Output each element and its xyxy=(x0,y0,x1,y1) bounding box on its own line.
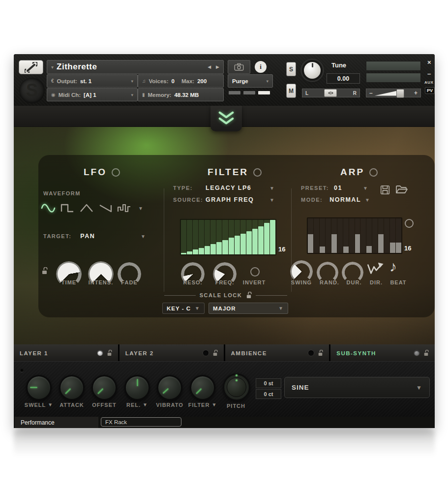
square-wave-icon[interactable] xyxy=(60,202,75,215)
volume-plus-label[interactable]: + xyxy=(414,90,418,96)
graph-step[interactable] xyxy=(390,218,395,253)
scale-mode-dropdown[interactable]: MAJOR ▼ xyxy=(209,303,288,314)
graph-step[interactable] xyxy=(308,218,313,253)
volume-minus-label[interactable]: – xyxy=(369,90,373,96)
graph-step[interactable] xyxy=(343,218,349,253)
next-instrument-arrow[interactable]: ▶ xyxy=(216,64,219,69)
graph-step[interactable] xyxy=(210,220,216,254)
graph-step[interactable] xyxy=(384,218,389,253)
graph-step[interactable] xyxy=(270,220,275,254)
midi-caret-icon[interactable]: ▾ xyxy=(131,92,133,97)
layer-power-led[interactable] xyxy=(203,350,209,356)
graph-step[interactable] xyxy=(193,220,198,254)
tune-value[interactable]: 0.00 xyxy=(327,73,360,84)
prev-instrument-arrow[interactable]: ◀ xyxy=(208,64,211,69)
offset-knob[interactable] xyxy=(91,375,117,401)
pitch-semitone-value[interactable]: 0 st xyxy=(256,378,281,388)
midi-channel-field[interactable]: ◉ Midi Ch: [A] 1 ▾ xyxy=(47,88,138,101)
lfo-lock-icon[interactable] xyxy=(41,267,48,275)
pan-slider[interactable]: L R xyxy=(302,89,360,97)
graph-step[interactable] xyxy=(258,220,264,254)
graph-step[interactable] xyxy=(246,220,252,254)
filter-power-toggle[interactable] xyxy=(253,168,262,177)
graph-step[interactable] xyxy=(216,220,222,254)
triangle-wave-icon[interactable] xyxy=(79,202,94,215)
layer-lock-icon[interactable] xyxy=(107,350,112,356)
collapse-panel-button[interactable] xyxy=(210,106,242,131)
graph-step[interactable] xyxy=(252,220,258,254)
vibrato-knob[interactable] xyxy=(157,375,182,401)
filter-invert-toggle[interactable] xyxy=(250,267,260,277)
arp-graph-toggle[interactable] xyxy=(405,219,414,228)
graph-step[interactable] xyxy=(331,218,337,253)
release-dropdown-caret[interactable]: ▼ xyxy=(143,402,148,408)
saw-wave-icon[interactable] xyxy=(98,202,114,215)
pv-button[interactable]: PV xyxy=(425,87,435,94)
filter-step-graph[interactable] xyxy=(180,219,276,255)
graph-step[interactable] xyxy=(337,218,343,253)
layer-power-led[interactable] xyxy=(308,350,314,356)
purge-button[interactable]: Purge ▾ xyxy=(228,74,273,88)
graph-step[interactable] xyxy=(235,220,240,254)
graph-step[interactable] xyxy=(264,220,269,254)
sub-synth-wave-dropdown[interactable]: SINE ▼ xyxy=(284,377,430,398)
graph-step[interactable] xyxy=(222,220,228,254)
graph-step[interactable] xyxy=(355,218,360,253)
layer-lock-icon[interactable] xyxy=(212,350,218,356)
arp-mode-caret-icon[interactable]: ▼ xyxy=(365,197,370,203)
snapshot-camera-button[interactable] xyxy=(228,60,250,74)
graph-step[interactable] xyxy=(360,218,366,253)
minimize-button[interactable]: – xyxy=(427,70,431,77)
pitch-cents-value[interactable]: 0 ct xyxy=(256,389,281,399)
graph-step[interactable] xyxy=(205,220,210,254)
target-caret-icon[interactable]: ▼ xyxy=(141,234,146,239)
attack-knob[interactable] xyxy=(59,375,85,401)
arp-save-icon[interactable] xyxy=(380,185,390,195)
graph-step[interactable] xyxy=(199,220,204,254)
layer-tab-ambience[interactable]: AMBIENCE xyxy=(225,344,329,361)
graph-step[interactable] xyxy=(349,218,355,253)
pan-center-handle[interactable] xyxy=(324,89,337,97)
output-field[interactable]: € Output: st. 1 ▾ xyxy=(47,74,138,88)
random-wave-icon[interactable] xyxy=(117,202,132,215)
layer-power-led[interactable] xyxy=(97,350,103,356)
arp-preset-caret-icon[interactable]: ▼ xyxy=(363,185,368,191)
filter-perf-knob[interactable] xyxy=(190,375,215,401)
sine-wave-icon[interactable] xyxy=(40,202,56,215)
output-caret-icon[interactable]: ▾ xyxy=(131,79,133,84)
swell-knob[interactable] xyxy=(26,375,52,401)
filter-source-caret-icon[interactable]: ▼ xyxy=(269,197,274,203)
solo-button[interactable]: S xyxy=(286,62,296,76)
volume-track[interactable] xyxy=(375,90,412,96)
layer-tab-layer1[interactable]: LAYER 1 xyxy=(14,344,118,361)
close-button[interactable]: × xyxy=(427,59,431,65)
graph-step[interactable] xyxy=(229,220,234,254)
pitch-knob[interactable] xyxy=(223,373,250,401)
graph-step[interactable] xyxy=(378,218,384,253)
layer-tab-layer2[interactable]: LAYER 2 xyxy=(119,344,224,361)
arp-load-folder-icon[interactable] xyxy=(395,185,408,195)
scale-lock-icon[interactable] xyxy=(246,292,252,299)
arp-mode-value[interactable]: NORMAL xyxy=(329,196,361,203)
aux-button[interactable]: AUX xyxy=(424,80,433,85)
mute-button[interactable]: M xyxy=(286,84,296,98)
graph-step[interactable] xyxy=(320,218,325,253)
graph-step[interactable] xyxy=(181,220,186,254)
key-dropdown[interactable]: KEY - C ▼ xyxy=(162,303,205,314)
release-knob[interactable] xyxy=(124,375,150,401)
tab-fx-rack[interactable]: FX Rack xyxy=(101,417,181,427)
tune-knob[interactable] xyxy=(302,60,323,81)
info-button[interactable]: i xyxy=(255,61,267,73)
filter-source-value[interactable]: GRAPH FREQ xyxy=(206,196,254,203)
lfo-power-toggle[interactable] xyxy=(112,168,120,177)
instrument-menu-caret[interactable]: ▾ xyxy=(51,64,54,70)
wrench-settings-button[interactable] xyxy=(19,60,43,74)
graph-step[interactable] xyxy=(326,218,331,253)
layer-lock-icon[interactable] xyxy=(423,350,429,356)
graph-step[interactable] xyxy=(314,218,319,253)
graph-step[interactable] xyxy=(372,218,378,253)
graph-step[interactable] xyxy=(396,218,401,253)
arp-step-graph[interactable] xyxy=(307,217,402,254)
filter-type-caret-icon[interactable]: ▼ xyxy=(269,185,274,191)
volume-slider[interactable]: – + xyxy=(366,89,421,97)
